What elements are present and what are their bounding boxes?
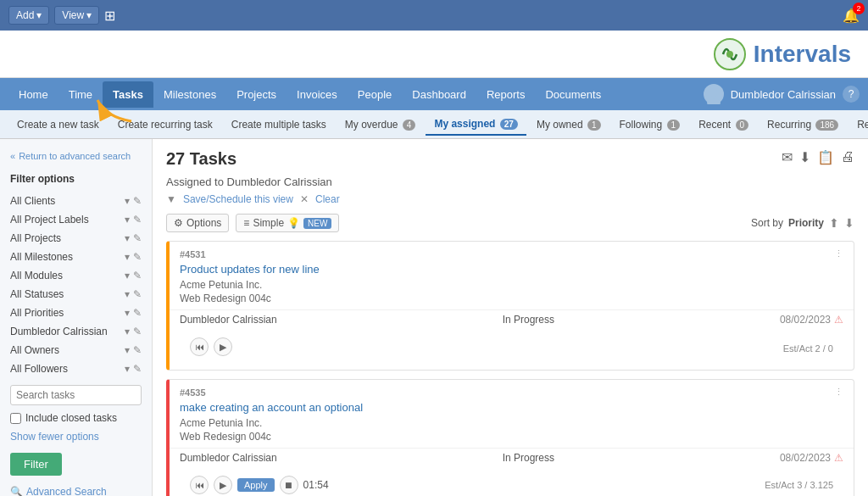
logo-text: Intervals — [754, 41, 851, 68]
subnav-create-recurring[interactable]: Create recurring task — [109, 114, 221, 135]
nav-item-milestones[interactable]: Milestones — [153, 81, 226, 108]
sidebar-item-project-labels[interactable]: All Project Labels ▾ ✎ — [0, 210, 152, 229]
sidebar-item-modules[interactable]: All Modules ▾ ✎ — [0, 266, 152, 285]
chevron-down-icon: ▾ — [125, 251, 130, 263]
subnav-create-new[interactable]: Create a new task — [8, 114, 108, 135]
sub-nav: Create a new task Create recurring task … — [0, 110, 868, 139]
task-search-container — [0, 378, 152, 409]
view-chevron-icon: ▾ — [86, 9, 92, 21]
chevron-down-icon: ▾ — [125, 307, 130, 319]
sidebar-item-owners[interactable]: All Owners ▾ ✎ — [0, 341, 152, 359]
sidebar-item-milestones[interactable]: All Milestones ▾ ✎ — [0, 248, 152, 266]
include-closed-checkbox[interactable] — [10, 413, 21, 424]
copy-icon[interactable]: 📋 — [817, 149, 834, 165]
task-status: In Progress — [503, 452, 554, 464]
task-status: In Progress — [503, 314, 554, 326]
filter-button[interactable]: Filter — [10, 453, 62, 476]
task-client: Acme Petunia Inc. — [170, 279, 854, 293]
edit-icon: ✎ — [133, 307, 142, 319]
nav-item-people[interactable]: People — [348, 81, 402, 108]
play-icon[interactable]: ▶ — [214, 476, 232, 494]
nav-bar: Home Time Tasks Milestones Projects Invo… — [0, 78, 868, 110]
nav-item-tasks[interactable]: Tasks — [103, 81, 153, 108]
subnav-create-multiple[interactable]: Create multiple tasks — [223, 114, 335, 135]
subnav-my-overdue[interactable]: My overdue 4 — [337, 114, 425, 135]
add-button[interactable]: Add ▾ — [8, 6, 49, 25]
subnav-my-owned[interactable]: My owned 1 — [528, 114, 609, 135]
page-title: 27 Tasks — [166, 149, 236, 169]
sidebar-item-assignee[interactable]: Dumbledor Calrissian ▾ ✎ — [0, 322, 152, 341]
subnav-following[interactable]: Following 1 — [611, 114, 689, 135]
task-project: Web Redesign 004c — [170, 293, 854, 309]
filter-options-title: Filter options — [0, 170, 152, 192]
view-button[interactable]: View ▾ — [54, 6, 99, 25]
search-input[interactable] — [10, 385, 142, 405]
task-more-icon[interactable]: ⋮ — [834, 248, 843, 259]
edit-icon: ✎ — [133, 251, 142, 263]
sidebar-item-clients[interactable]: All Clients ▾ ✎ — [0, 192, 152, 210]
save-schedule-link[interactable]: Save/Schedule this view — [183, 193, 293, 205]
options-button[interactable]: ⚙ Options — [166, 214, 229, 232]
top-bar-left: Add ▾ View ▾ ⊞ — [8, 6, 115, 25]
chevron-down-icon: ▾ — [125, 344, 130, 356]
nav-item-time[interactable]: Time — [58, 81, 103, 108]
task-card-header: #4531 ⋮ — [170, 242, 854, 263]
play-icon[interactable]: ▶ — [214, 337, 232, 356]
export-icon[interactable]: ⬇ — [799, 149, 810, 165]
chevron-down-icon: ▾ — [125, 288, 130, 300]
nav-item-reports[interactable]: Reports — [476, 81, 536, 108]
main-layout: « Return to advanced search Filter optio… — [0, 139, 868, 496]
subnav-request-queue[interactable]: Request queue 7 — [849, 114, 868, 135]
task-card: #4535 ⋮ make creating an account an opti… — [166, 379, 854, 496]
play-back-icon[interactable]: ⏮ — [190, 476, 209, 494]
add-chevron-icon: ▾ — [36, 9, 42, 21]
subnav-my-assigned[interactable]: My assigned 27 — [426, 114, 526, 136]
edit-icon: ✎ — [133, 270, 142, 281]
stop-icon[interactable]: ⏹ — [280, 476, 298, 494]
sidebar-item-priorities[interactable]: All Priorities ▾ ✎ — [0, 304, 152, 322]
svg-point-2 — [709, 88, 718, 97]
nav-item-invoices[interactable]: Invoices — [287, 81, 348, 108]
advanced-search-link[interactable]: 🔍 Advanced Search — [0, 482, 152, 496]
nav-item-documents[interactable]: Documents — [535, 81, 611, 108]
simple-button[interactable]: ≡ Simple 💡 NEW — [236, 214, 339, 232]
grid-icon[interactable]: ⊞ — [104, 8, 115, 24]
notifications-icon[interactable]: 🔔 2 — [843, 8, 860, 24]
nav-item-dashboard[interactable]: Dashboard — [402, 81, 476, 108]
subnav-recent[interactable]: Recent 0 — [690, 114, 757, 135]
task-more-icon[interactable]: ⋮ — [834, 387, 843, 398]
subnav-recurring[interactable]: Recurring 186 — [759, 114, 847, 135]
task-title-link[interactable]: Product updates for new line — [180, 263, 320, 276]
task-bottom-row: ⏮ ▶ Apply ⏹ 01:54 Est/Act 3 / 3.125 — [170, 469, 854, 496]
sidebar-item-projects[interactable]: All Projects ▾ ✎ — [0, 229, 152, 248]
task-project: Web Redesign 004c — [170, 431, 854, 448]
task-title-row: Product updates for new line — [170, 263, 854, 279]
lightbulb-icon: 💡 — [287, 217, 300, 229]
notification-badge: 2 — [853, 3, 865, 14]
sidebar-item-followers[interactable]: All Followers ▾ ✎ — [0, 359, 152, 378]
clear-link[interactable]: Clear — [315, 193, 340, 205]
play-back-icon[interactable]: ⏮ — [190, 337, 209, 356]
sort-field: Priority — [788, 217, 824, 229]
task-est-act: Est/Act 2 / 0 — [773, 340, 843, 357]
chevron-down-icon: ▾ — [125, 195, 130, 207]
print-icon[interactable]: 🖨 — [841, 149, 854, 165]
help-button[interactable]: ? — [843, 86, 860, 103]
edit-icon: ✎ — [133, 326, 142, 337]
chevron-down-icon: ▾ — [125, 363, 130, 375]
back-to-search-link[interactable]: « Return to advanced search — [0, 148, 152, 170]
email-icon[interactable]: ✉ — [782, 149, 793, 165]
sort-desc-icon[interactable]: ⬇ — [844, 216, 854, 230]
nav-item-projects[interactable]: Projects — [226, 81, 287, 108]
task-title-link[interactable]: make creating an account an optional — [180, 401, 363, 414]
view-label: View — [62, 9, 84, 21]
logo-bar: Intervals — [0, 31, 868, 78]
user-name[interactable]: Dumbledor Calrissian — [731, 88, 836, 101]
nav-item-home[interactable]: Home — [8, 81, 58, 108]
show-fewer-link[interactable]: Show fewer options — [0, 427, 152, 446]
sort-asc-icon[interactable]: ⬆ — [829, 216, 839, 230]
sidebar-item-statuses[interactable]: All Statuses ▾ ✎ — [0, 285, 152, 304]
top-bar-right: 🔔 2 — [843, 8, 860, 24]
apply-button[interactable]: Apply — [237, 478, 275, 492]
add-label: Add — [16, 9, 34, 21]
